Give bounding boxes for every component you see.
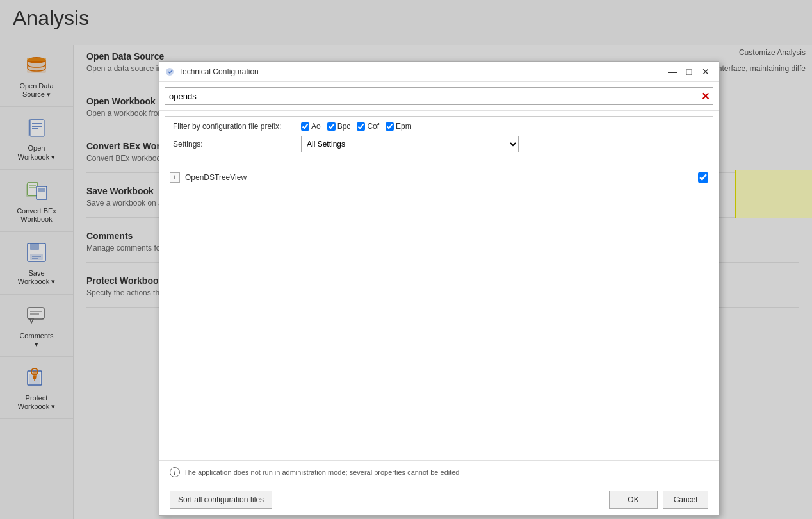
dialog-footer: Sort all configuration files OK Cancel: [159, 484, 719, 515]
dialog-title-text: Technical Configuration: [179, 67, 663, 76]
filter-cof-checkbox[interactable]: [357, 122, 365, 131]
ok-button[interactable]: OK: [609, 491, 657, 509]
footer-right-buttons: OK Cancel: [609, 491, 708, 509]
filter-bpc-item[interactable]: Bpc: [327, 122, 351, 131]
minimize-button[interactable]: —: [665, 65, 680, 78]
filter-prefix-row: Filter by configuration file prefix: Ao …: [173, 122, 705, 131]
technical-config-dialog: Technical Configuration — □ ✕ ✕ Filter b…: [159, 61, 719, 516]
filter-checkboxes: Ao Bpc Cof Epm: [301, 122, 412, 131]
dialog-search-area: ✕: [159, 82, 719, 111]
filter-epm-label: Epm: [396, 122, 412, 131]
close-button[interactable]: ✕: [698, 65, 713, 78]
filter-bpc-checkbox[interactable]: [327, 122, 336, 131]
svg-point-31: [166, 68, 174, 76]
settings-label: Settings:: [173, 140, 301, 149]
filter-ao-checkbox[interactable]: [301, 122, 309, 131]
filter-cof-item[interactable]: Cof: [357, 122, 379, 131]
settings-select[interactable]: All Settings Modified Settings Default S…: [301, 136, 519, 152]
filter-ao-label: Ao: [311, 122, 321, 131]
sort-button[interactable]: Sort all configuration files: [170, 491, 272, 509]
tree-content: + OpenDSTreeView: [159, 163, 719, 460]
search-wrapper: ✕: [165, 87, 713, 105]
filter-cof-label: Cof: [367, 122, 379, 131]
tree-expand-opends[interactable]: +: [170, 172, 180, 183]
tree-item-opends: + OpenDSTreeView: [170, 170, 708, 185]
filter-section: Filter by configuration file prefix: Ao …: [165, 116, 713, 158]
dialog-titlebar: Technical Configuration — □ ✕: [159, 62, 719, 82]
tree-item-checkbox-opends[interactable]: [698, 172, 708, 183]
filter-prefix-label: Filter by configuration file prefix:: [173, 122, 301, 131]
dialog-info-text: The application does not run in administ…: [184, 468, 459, 476]
tree-item-label-opends: OpenDSTreeView: [185, 173, 693, 182]
settings-row: Settings: All Settings Modified Settings…: [173, 136, 705, 152]
info-icon: i: [170, 467, 180, 477]
maximize-button[interactable]: □: [681, 65, 697, 78]
filter-epm-item[interactable]: Epm: [386, 122, 412, 131]
search-clear-button[interactable]: ✕: [701, 90, 710, 103]
filter-epm-checkbox[interactable]: [386, 122, 394, 131]
search-input[interactable]: [165, 87, 713, 105]
dialog-info-bar: i The application does not run in admini…: [159, 460, 719, 484]
dialog-title-icon: [165, 67, 175, 77]
filter-ao-item[interactable]: Ao: [301, 122, 321, 131]
cancel-button[interactable]: Cancel: [663, 491, 708, 509]
filter-bpc-label: Bpc: [337, 122, 351, 131]
